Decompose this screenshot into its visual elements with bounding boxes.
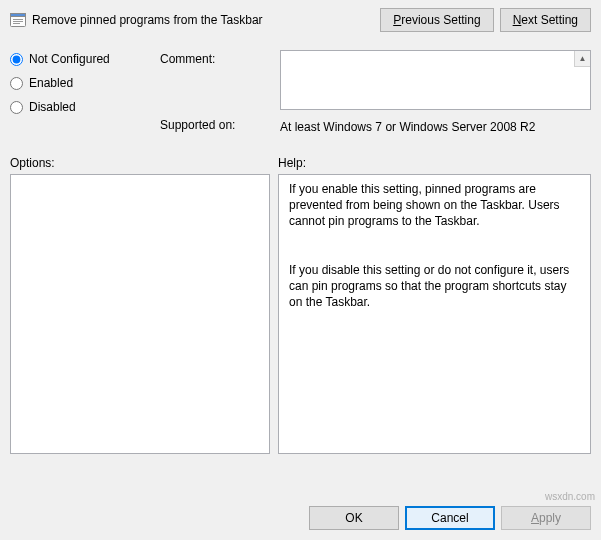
comment-input[interactable] (281, 51, 574, 109)
title-wrap: Remove pinned programs from the Taskbar (10, 12, 374, 28)
apply-button: Apply (501, 506, 591, 530)
radio-not-configured-label[interactable]: Not Configured (29, 52, 110, 66)
header: Remove pinned programs from the Taskbar … (10, 8, 591, 32)
radio-disabled[interactable]: Disabled (10, 100, 160, 114)
radio-not-configured[interactable]: Not Configured (10, 52, 160, 66)
options-panel (10, 174, 270, 454)
panel-headers: Options: Help: (10, 156, 591, 170)
options-label: Options: (10, 156, 270, 170)
supported-on-value: At least Windows 7 or Windows Server 200… (280, 116, 591, 134)
settings-grid: Not Configured Enabled Disabled Comment:… (10, 50, 591, 140)
svg-rect-4 (13, 23, 20, 24)
comment-box: ▲ (280, 50, 591, 110)
radio-enabled-label[interactable]: Enabled (29, 76, 73, 90)
previous-setting-button[interactable]: Previous Setting (380, 8, 493, 32)
radio-disabled-label[interactable]: Disabled (29, 100, 76, 114)
ok-button[interactable]: OK (309, 506, 399, 530)
radio-not-configured-input[interactable] (10, 53, 23, 66)
help-text: If you enable this setting, pinned progr… (279, 175, 582, 317)
scroll-up-icon[interactable]: ▲ (574, 51, 590, 67)
panels: If you enable this setting, pinned progr… (10, 174, 591, 496)
radio-enabled[interactable]: Enabled (10, 76, 160, 90)
policy-title: Remove pinned programs from the Taskbar (32, 13, 263, 27)
policy-icon (10, 12, 26, 28)
help-panel: If you enable this setting, pinned progr… (278, 174, 591, 454)
svg-rect-2 (13, 19, 23, 20)
comment-label: Comment: (160, 50, 280, 66)
next-setting-button[interactable]: Next Setting (500, 8, 591, 32)
dialog-buttons: OK Cancel Apply (10, 506, 591, 530)
cancel-button[interactable]: Cancel (405, 506, 495, 530)
state-radio-group: Not Configured Enabled Disabled (10, 50, 160, 114)
help-label: Help: (278, 156, 591, 170)
radio-disabled-input[interactable] (10, 101, 23, 114)
svg-rect-3 (13, 21, 23, 22)
radio-enabled-input[interactable] (10, 77, 23, 90)
policy-editor-dialog: Remove pinned programs from the Taskbar … (0, 0, 601, 540)
supported-on-label: Supported on: (160, 116, 280, 132)
svg-rect-1 (11, 14, 26, 17)
